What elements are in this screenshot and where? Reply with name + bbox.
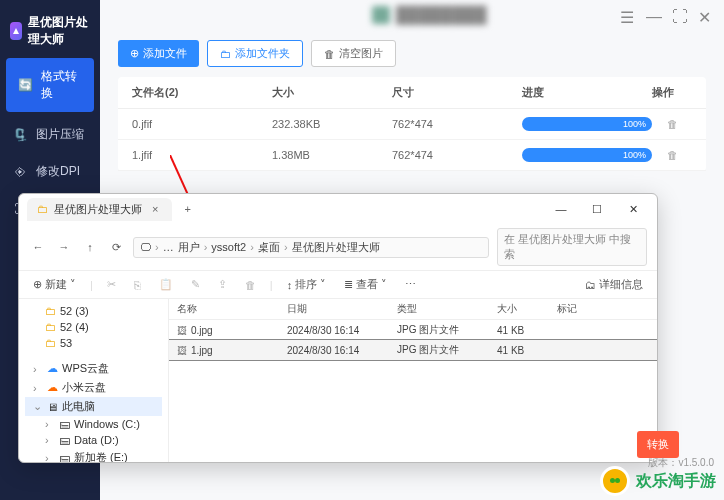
breadcrumb-seg[interactable]: yssoft2 <box>211 241 246 253</box>
details-pane-button[interactable]: 🗂 详细信息 <box>581 275 647 294</box>
cut-icon: ✂ <box>103 276 120 293</box>
tree-item[interactable]: 🗀53 <box>25 335 162 351</box>
tree-item-xiaomi[interactable]: ›☁小米云盘 <box>25 378 162 397</box>
chevron-right-icon: › <box>250 241 254 253</box>
drive-icon: 🖴 <box>59 418 70 430</box>
cell-date: 2024/8/30 16:14 <box>287 345 397 356</box>
list-item[interactable]: 🖼0.jpg 2024/8/30 16:14 JPG 图片文件 41 KB <box>169 320 657 340</box>
folder-tree: 🗀52 (3) 🗀52 (4) 🗀53 ›☁WPS云盘 ›☁小米云盘 ⌄🖥此电脑… <box>19 299 169 462</box>
trash-icon: 🗑 <box>324 48 335 60</box>
cloud-icon: ☁ <box>47 362 58 375</box>
pc-icon: 🖥 <box>47 401 58 413</box>
folder-icon: 🗀 <box>45 305 56 317</box>
maximize-icon[interactable]: ☐ <box>581 203 613 216</box>
folder-icon: 🗀 <box>45 337 56 349</box>
table-row[interactable]: 0.jfif 232.38KB 762*474 100% 🗑 <box>118 109 706 140</box>
username-blurred: ████████ <box>396 6 487 24</box>
up-button[interactable]: ↑ <box>81 238 99 256</box>
label: 小米云盘 <box>62 380 106 395</box>
cell-dimensions: 762*474 <box>392 149 522 161</box>
breadcrumb-seg[interactable]: 桌面 <box>258 240 280 255</box>
refresh-button[interactable]: ⟳ <box>107 238 125 256</box>
sidebar-item-compress[interactable]: 🗜️ 图片压缩 <box>0 116 100 153</box>
file-explorer-window: 🗀 星优图片处理大师 × + — ☐ ✕ ← → ↑ ⟳ 🖵 › … 用户 › … <box>18 193 658 463</box>
col-type[interactable]: 类型 <box>397 302 497 316</box>
delete-icon[interactable]: 🗑 <box>652 118 692 130</box>
view-button[interactable]: ≣ 查看 ˅ <box>340 275 391 294</box>
cell-size: 1.38MB <box>272 149 392 161</box>
chevron-right-icon: › <box>284 241 288 253</box>
avatar <box>372 6 390 24</box>
breadcrumb-seg[interactable]: 星优图片处理大师 <box>292 240 380 255</box>
tree-item-drive-d[interactable]: ›🖴Data (D:) <box>25 432 162 448</box>
col-tags[interactable]: 标记 <box>557 302 617 316</box>
tab-close-icon[interactable]: × <box>148 203 162 215</box>
cell-name: 0.jfif <box>132 118 272 130</box>
add-folder-button[interactable]: 🗀 添加文件夹 <box>207 40 303 67</box>
label: 详细信息 <box>599 277 643 292</box>
watermark-mascot-icon <box>600 466 630 496</box>
search-input[interactable]: 在 星优图片处理大师 中搜索 <box>497 228 647 266</box>
minimize-icon[interactable]: — <box>545 203 577 216</box>
add-file-button[interactable]: ⊕ 添加文件 <box>118 40 199 67</box>
more-button[interactable]: ⋯ <box>401 276 420 293</box>
explorer-tab[interactable]: 🗀 星优图片处理大师 × <box>27 198 172 221</box>
watermark: 欢乐淘手游 <box>600 466 716 496</box>
col-date[interactable]: 日期 <box>287 302 397 316</box>
cloud-icon: ☁ <box>47 381 58 394</box>
file-list: 名称 日期 类型 大小 标记 🖼0.jpg 2024/8/30 16:14 JP… <box>169 299 657 462</box>
paste-icon: 📋 <box>155 276 177 293</box>
close-icon[interactable]: ✕ <box>698 8 712 22</box>
label: Windows (C:) <box>74 418 140 430</box>
label: WPS云盘 <box>62 361 109 376</box>
rename-icon: ✎ <box>187 276 204 293</box>
tree-item[interactable]: 🗀52 (4) <box>25 319 162 335</box>
col-size[interactable]: 大小 <box>497 302 557 316</box>
tree-item-this-pc[interactable]: ⌄🖥此电脑 <box>25 397 162 416</box>
convert-button[interactable]: 转换 <box>637 431 679 458</box>
back-button[interactable]: ← <box>29 238 47 256</box>
clear-button[interactable]: 🗑 清空图片 <box>311 40 396 67</box>
list-item[interactable]: 🖼1.jpg 2024/8/30 16:14 JPG 图片文件 41 KB <box>169 340 657 360</box>
breadcrumb[interactable]: 🖵 › … 用户 › yssoft2 › 桌面 › 星优图片处理大师 <box>133 237 489 258</box>
forward-button[interactable]: → <box>55 238 73 256</box>
progress-bar: 100% <box>522 148 652 162</box>
maximize-icon[interactable]: ⛶ <box>672 8 686 22</box>
chevron-down-icon: ⌄ <box>33 400 43 413</box>
cell-size: 41 KB <box>497 325 557 336</box>
new-tab-button[interactable]: + <box>178 201 196 217</box>
label: 53 <box>60 337 72 349</box>
folder-icon: 🗀 <box>37 203 48 215</box>
tree-item-drive-e[interactable]: ›🖴新加卷 (E:) <box>25 448 162 462</box>
tree-item-wps[interactable]: ›☁WPS云盘 <box>25 359 162 378</box>
table-header: 文件名(2) 大小 尺寸 进度 操作 <box>118 77 706 109</box>
user-block[interactable]: ████████ <box>372 6 487 24</box>
tree-item-drive-c[interactable]: ›🖴Windows (C:) <box>25 416 162 432</box>
table-row[interactable]: 1.jfif 1.38MB 762*474 100% 🗑 <box>118 140 706 171</box>
content: ⊕ 添加文件 🗀 添加文件夹 🗑 清空图片 文件名(2) 大小 尺寸 进度 <box>100 30 724 181</box>
plus-icon: ⊕ <box>130 47 139 60</box>
menu-icon[interactable]: ☰ <box>620 8 634 22</box>
label: 此电脑 <box>62 399 95 414</box>
drive-icon: 🖴 <box>59 434 70 446</box>
explorer-toolbar: ⊕ 新建 ˅ | ✂ ⎘ 📋 ✎ ⇪ 🗑 | ↕ 排序 ˅ ≣ 查看 ˅ ⋯ 🗂… <box>19 271 657 299</box>
image-file-icon: 🖼 <box>177 345 187 356</box>
sidebar-item-dpi[interactable]: 🞚 修改DPI <box>0 153 100 190</box>
breadcrumb-seg[interactable]: 用户 <box>178 240 200 255</box>
minimize-icon[interactable]: — <box>646 8 660 22</box>
label: 排序 <box>295 277 317 292</box>
col-name[interactable]: 名称 <box>177 302 287 316</box>
chevron-right-icon: › <box>33 382 43 394</box>
chevron-right-icon: › <box>45 418 55 430</box>
delete-icon[interactable]: 🗑 <box>652 149 692 161</box>
tree-item[interactable]: 🗀52 (3) <box>25 303 162 319</box>
topbar: ████████ ☰ — ⛶ ✕ <box>100 0 724 30</box>
new-button[interactable]: ⊕ 新建 ˅ <box>29 275 80 294</box>
sort-button[interactable]: ↕ 排序 ˅ <box>283 275 331 294</box>
sidebar-item-format-convert[interactable]: 🔄 格式转换 <box>6 58 94 112</box>
cell-type: JPG 图片文件 <box>397 343 497 357</box>
chevron-right-icon: › <box>45 452 55 463</box>
col-size: 大小 <box>272 85 392 100</box>
chevron-right-icon: › <box>45 434 55 446</box>
close-icon[interactable]: ✕ <box>617 203 649 216</box>
